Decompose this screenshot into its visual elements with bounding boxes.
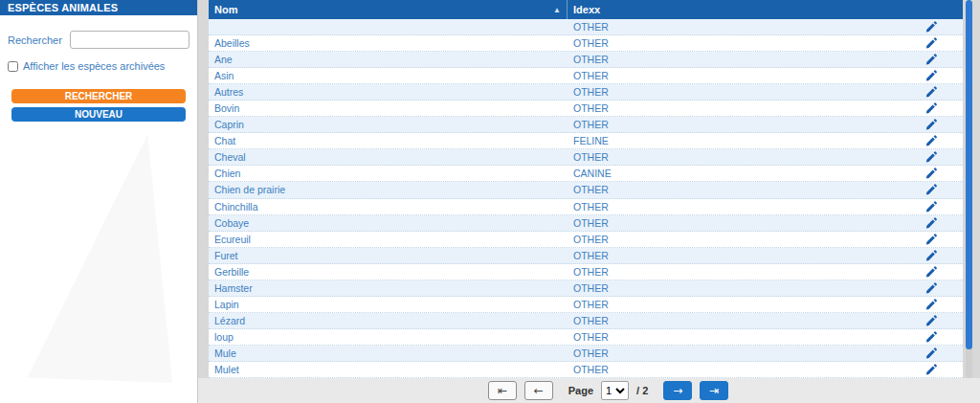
idexx-value: OTHER bbox=[567, 282, 924, 294]
species-name-link[interactable]: Lézard bbox=[209, 315, 567, 326]
table-row: Furet OTHER bbox=[209, 248, 963, 264]
idexx-value: OTHER bbox=[567, 119, 924, 130]
edit-pencil-icon[interactable] bbox=[924, 233, 938, 246]
table-row: Chat FELINE bbox=[209, 133, 963, 149]
idexx-value: OTHER bbox=[567, 315, 924, 326]
edit-cell bbox=[924, 69, 963, 82]
species-name-link[interactable]: Asin bbox=[209, 70, 567, 81]
first-page-button[interactable]: ⇤ bbox=[488, 381, 517, 400]
species-name-link[interactable]: Chinchilla bbox=[209, 201, 567, 213]
species-name-link[interactable]: Hamster bbox=[209, 282, 567, 294]
table-row: OTHER bbox=[209, 19, 963, 35]
new-button[interactable]: NOUVEAU bbox=[11, 107, 186, 122]
species-name-link[interactable]: Ecureuil bbox=[209, 234, 567, 245]
table-row: Gerbille OTHER bbox=[209, 264, 963, 280]
column-header-idexx[interactable]: Idexx bbox=[567, 0, 963, 19]
species-name-link[interactable]: Caprin bbox=[209, 119, 567, 130]
idexx-value: OTHER bbox=[567, 266, 924, 278]
edit-pencil-icon[interactable] bbox=[924, 281, 938, 295]
idexx-value: OTHER bbox=[567, 70, 924, 81]
species-name-link[interactable]: Bovin bbox=[209, 102, 567, 114]
search-input[interactable] bbox=[70, 31, 189, 49]
edit-pencil-icon[interactable] bbox=[924, 85, 938, 99]
table-header: Nom ▲ Idexx bbox=[209, 0, 963, 19]
edit-cell bbox=[924, 20, 963, 34]
table-row: Autres OTHER bbox=[209, 84, 963, 101]
edit-pencil-icon[interactable] bbox=[924, 183, 938, 196]
edit-pencil-icon[interactable] bbox=[924, 69, 938, 82]
edit-cell bbox=[924, 200, 963, 213]
edit-cell bbox=[924, 167, 963, 180]
show-archived-label: Afficher les espèces archivées bbox=[23, 60, 165, 72]
page-label: Page bbox=[568, 385, 593, 396]
edit-pencil-icon[interactable] bbox=[924, 200, 938, 213]
edit-pencil-icon[interactable] bbox=[924, 216, 938, 230]
species-name-link[interactable]: Chien de prairie bbox=[209, 184, 567, 195]
edit-cell bbox=[924, 36, 963, 50]
edit-pencil-icon[interactable] bbox=[924, 36, 938, 50]
pagination-bar: ⇤ ← Page 1 / 2 → ⇥ bbox=[198, 378, 980, 403]
species-name-link[interactable]: Cobaye bbox=[209, 217, 567, 229]
species-name-link[interactable]: Autres bbox=[209, 86, 567, 98]
next-page-button[interactable]: → bbox=[663, 381, 692, 400]
species-search-panel: ESPÈCES ANIMALES Rechercher Afficher les… bbox=[0, 0, 198, 403]
last-page-button[interactable]: ⇥ bbox=[700, 381, 728, 400]
table-row: Hamster OTHER bbox=[209, 280, 963, 297]
edit-pencil-icon[interactable] bbox=[924, 101, 938, 115]
edit-pencil-icon[interactable] bbox=[924, 363, 938, 376]
species-name-link[interactable]: Furet bbox=[209, 250, 567, 261]
show-archived-checkbox[interactable] bbox=[8, 61, 18, 72]
sort-ascending-icon[interactable]: ▲ bbox=[553, 6, 561, 14]
table-body: OTHER Abeilles OTHER Ane OTHER Asin OTHE… bbox=[209, 19, 963, 378]
table-row: Caprin OTHER bbox=[209, 117, 963, 133]
search-button[interactable]: RECHERCHER bbox=[11, 89, 186, 103]
species-name-link[interactable]: Lapin bbox=[209, 299, 567, 310]
table-row: Ecureuil OTHER bbox=[209, 232, 963, 248]
table-row: Ane OTHER bbox=[209, 52, 963, 68]
vertical-scrollbar-track[interactable] bbox=[966, 0, 972, 378]
idexx-value: OTHER bbox=[567, 331, 924, 343]
idexx-value: OTHER bbox=[567, 184, 924, 195]
species-name-link[interactable]: Mule bbox=[209, 347, 567, 359]
previous-page-button[interactable]: ← bbox=[524, 381, 553, 400]
edit-pencil-icon[interactable] bbox=[924, 167, 938, 180]
column-header-nom[interactable]: Nom ▲ bbox=[209, 0, 567, 19]
vertical-scrollbar-thumb[interactable] bbox=[966, 0, 972, 349]
idexx-value: CANINE bbox=[567, 168, 924, 179]
table-row: Lézard OTHER bbox=[209, 313, 963, 329]
edit-pencil-icon[interactable] bbox=[924, 298, 938, 311]
edit-cell bbox=[924, 314, 963, 327]
edit-cell bbox=[924, 183, 963, 196]
archived-filter-row: Afficher les espèces archivées bbox=[8, 60, 189, 72]
species-name-link[interactable]: Abeilles bbox=[209, 37, 567, 49]
species-name-link[interactable]: Gerbille bbox=[209, 266, 567, 278]
idexx-value: OTHER bbox=[567, 347, 924, 359]
edit-pencil-icon[interactable] bbox=[924, 53, 938, 66]
edit-pencil-icon[interactable] bbox=[924, 134, 938, 147]
edit-cell bbox=[924, 249, 963, 262]
idexx-value: OTHER bbox=[567, 86, 924, 98]
edit-pencil-icon[interactable] bbox=[924, 118, 938, 131]
species-name-link[interactable]: Cheval bbox=[209, 151, 567, 163]
species-name-link[interactable]: loup bbox=[209, 331, 567, 343]
edit-cell bbox=[924, 363, 963, 376]
species-name-link[interactable]: Ane bbox=[209, 54, 567, 65]
edit-pencil-icon[interactable] bbox=[924, 314, 938, 327]
edit-pencil-icon[interactable] bbox=[924, 330, 938, 344]
idexx-value: OTHER bbox=[567, 217, 924, 229]
species-name-link[interactable]: Chat bbox=[209, 135, 567, 146]
background-watermark bbox=[10, 134, 187, 383]
edit-pencil-icon[interactable] bbox=[924, 265, 938, 279]
table-row: Chien de prairie OTHER bbox=[209, 182, 963, 198]
species-name-link[interactable]: Chien bbox=[209, 168, 567, 179]
edit-pencil-icon[interactable] bbox=[924, 347, 938, 360]
page-select[interactable]: 1 bbox=[601, 381, 629, 400]
edit-pencil-icon[interactable] bbox=[924, 20, 938, 34]
edit-pencil-icon[interactable] bbox=[924, 249, 938, 262]
table-row: Asin OTHER bbox=[209, 68, 963, 84]
edit-pencil-icon[interactable] bbox=[924, 150, 938, 164]
species-name-link[interactable]: Mulet bbox=[209, 364, 567, 375]
search-label: Rechercher bbox=[8, 34, 62, 46]
search-row: Rechercher bbox=[8, 31, 189, 49]
edit-cell bbox=[924, 330, 963, 344]
